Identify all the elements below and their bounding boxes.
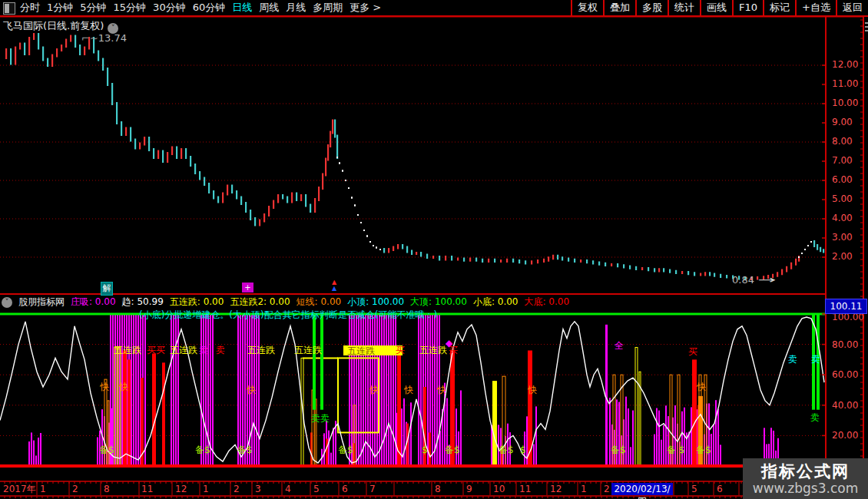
indicator-header: ˅ 股朋指标网 庄吸: 0.00趋: 50.99五连跌: 0.00五连跌2: 0… bbox=[2, 296, 569, 309]
indicator-field-3: 五连跌2: 0.00 bbox=[230, 296, 290, 309]
x-axis-label: 2 bbox=[72, 483, 78, 495]
main-y-axis-label: 11.00 bbox=[832, 78, 858, 89]
x-axis-label: 5 bbox=[313, 483, 320, 495]
x-axis-label: 10 bbox=[493, 483, 505, 495]
x-axis-label: 6 bbox=[342, 483, 348, 495]
main-y-axis-label: 10.00 bbox=[832, 97, 858, 108]
indicator-text-label: $ bbox=[422, 445, 428, 454]
splitter-handle[interactable] bbox=[865, 22, 868, 24]
indicator-text-label: 备 $ bbox=[667, 445, 684, 454]
indicator-text-label: 快 bbox=[369, 385, 379, 395]
indicator-text-label: 卖 bbox=[199, 345, 208, 355]
indicator-current-value: 100.11 bbox=[825, 299, 867, 314]
x-axis-label: 12 bbox=[550, 483, 562, 495]
indicator-text-label: 快 bbox=[404, 385, 413, 395]
indicator-text-label: 买 bbox=[396, 345, 405, 355]
indicator-text-label: 快 bbox=[100, 382, 109, 392]
indicator-text-label: 五连跌 bbox=[419, 345, 447, 355]
x-axis-label: 6 bbox=[717, 483, 723, 495]
main-y-axis-label: 2.00 bbox=[832, 251, 853, 262]
x-axis-label: 9 bbox=[466, 483, 472, 495]
indicator-text-label: 备$ bbox=[499, 445, 514, 454]
marker-plus-badge: + bbox=[242, 283, 253, 292]
x-axis-label: 11 bbox=[519, 483, 531, 495]
main-y-axis-label: 4.00 bbox=[832, 213, 853, 223]
indicator-text-label: 备$ bbox=[99, 445, 114, 454]
indicator-text-label: 五连跌 bbox=[294, 345, 322, 355]
x-axis-label: 7 bbox=[369, 483, 376, 495]
arrow-right-icon: → bbox=[757, 274, 776, 286]
selected-date-highlight: 2020/02/13/四 bbox=[611, 483, 673, 495]
splitter-handle[interactable] bbox=[865, 30, 868, 31]
main-y-axis-label: 3.00 bbox=[832, 232, 853, 243]
indicator-field-5: 小顶: 100.00 bbox=[347, 296, 404, 309]
low-price-annotation: 0.84→ bbox=[732, 274, 766, 286]
indicator-text-label: 备$ bbox=[445, 445, 460, 454]
indicator-text-label: 五连跌 bbox=[247, 345, 275, 355]
indicator-text-label: 备$ bbox=[195, 445, 210, 454]
indicator-y-axis-label: 80.00 bbox=[832, 339, 858, 350]
chart-canvas bbox=[0, 0, 868, 499]
indicator-text-label: 快 bbox=[247, 385, 256, 395]
x-axis-label: 8 bbox=[435, 483, 441, 495]
watermark-box: 指标公式网 www.zbgs3.com bbox=[743, 458, 868, 499]
indicator-y-axis-label: 40.00 bbox=[832, 400, 858, 411]
x-axis-label: 8 bbox=[104, 483, 110, 495]
indicator-text-label: 买 bbox=[688, 347, 697, 356]
candlestick-series bbox=[5, 33, 824, 280]
indicator-y-axis-label: 60.00 bbox=[832, 369, 858, 380]
arrow-up-blue-icon: ▲ bbox=[330, 286, 339, 292]
indicator-field-0: 庄吸: 0.00 bbox=[71, 296, 116, 309]
x-axis-label: 11 bbox=[141, 483, 153, 495]
splitter-handle[interactable] bbox=[865, 26, 868, 28]
indicator-text-label: 备$ bbox=[611, 445, 626, 454]
indicator-source-name[interactable]: 股朋指标网 bbox=[18, 296, 65, 309]
x-axis-label: 12 bbox=[175, 483, 187, 495]
main-y-axis-label: 9.00 bbox=[832, 117, 853, 127]
watermark-title: 指标公式网 bbox=[761, 462, 850, 481]
indicator-text-label: $ bbox=[520, 445, 526, 454]
indicator-field-7: 小底: 0.00 bbox=[473, 296, 518, 309]
indicator-text-label: 快 bbox=[528, 385, 537, 395]
indicator-text-label: 卖 bbox=[811, 355, 820, 364]
main-y-axis-label: 6.00 bbox=[832, 174, 853, 185]
indicator-text-label: ◆ bbox=[446, 339, 452, 348]
marker-jie-badge: 解 bbox=[101, 282, 113, 296]
x-axis-label: 2017年 bbox=[3, 483, 36, 495]
indicator-field-6: 大顶: 100.00 bbox=[410, 296, 467, 309]
main-gridlines bbox=[0, 65, 825, 257]
marker-arrows: ▲ ▲ bbox=[330, 279, 339, 292]
indicator-text-label: 备$ bbox=[696, 445, 711, 454]
indicator-y-axis-label: 20.00 bbox=[832, 430, 858, 441]
indicator-field-8: 大底: 0.00 bbox=[524, 296, 569, 309]
indicator-text-label: 快 bbox=[437, 385, 446, 395]
app-window: 分时1分钟5分钟15分钟30分钟60分钟日线周线月线多周期更多 > 复权叠加多股… bbox=[0, 0, 868, 499]
indicator-text-label: 卖 bbox=[216, 345, 225, 355]
indicator-text-label: 卖 bbox=[788, 355, 797, 364]
indicator-field-1: 趋: 50.99 bbox=[122, 296, 164, 309]
squiggle-pointer: ⌐~ bbox=[81, 32, 98, 44]
main-y-axis-label: 7.00 bbox=[832, 155, 853, 166]
x-axis-label: 1 bbox=[203, 483, 209, 495]
indicator-text-label: 卖卖 bbox=[311, 414, 330, 423]
x-axis-label: 1 bbox=[581, 483, 587, 495]
indicator-fields: 庄吸: 0.00趋: 50.99五连跌: 0.00五连跌2: 0.00短线: 0… bbox=[71, 296, 569, 309]
x-axis-label: 3 bbox=[255, 483, 261, 495]
x-axis-label: 2 bbox=[604, 483, 610, 495]
x-axis-label: 1 bbox=[40, 483, 46, 495]
stock-title-text: 飞马国际(日线.前复权) bbox=[3, 20, 104, 31]
x-axis-label: 2 bbox=[234, 483, 240, 495]
x-axis-label: 5 bbox=[691, 483, 697, 495]
main-y-axis-label: 8.00 bbox=[832, 136, 853, 147]
indicator-field-4: 短线: 0.00 bbox=[297, 296, 342, 309]
indicator-text-label: 备$ bbox=[237, 445, 253, 454]
indicator-text-label: 快 bbox=[119, 382, 128, 392]
indicator-text-label: 卖 bbox=[810, 413, 820, 422]
indicator-text-label: 五连跌 bbox=[170, 345, 197, 355]
indicator-field-2: 五连跌: 0.00 bbox=[170, 296, 224, 309]
indicator-text-label: 快 bbox=[697, 382, 706, 392]
indicator-text-label: 备$ bbox=[338, 445, 353, 454]
band-text-label: 五连跌 bbox=[347, 346, 375, 355]
chevron-down-icon[interactable]: ˅ bbox=[2, 297, 12, 308]
main-y-axis-label: 12.00 bbox=[832, 59, 858, 70]
